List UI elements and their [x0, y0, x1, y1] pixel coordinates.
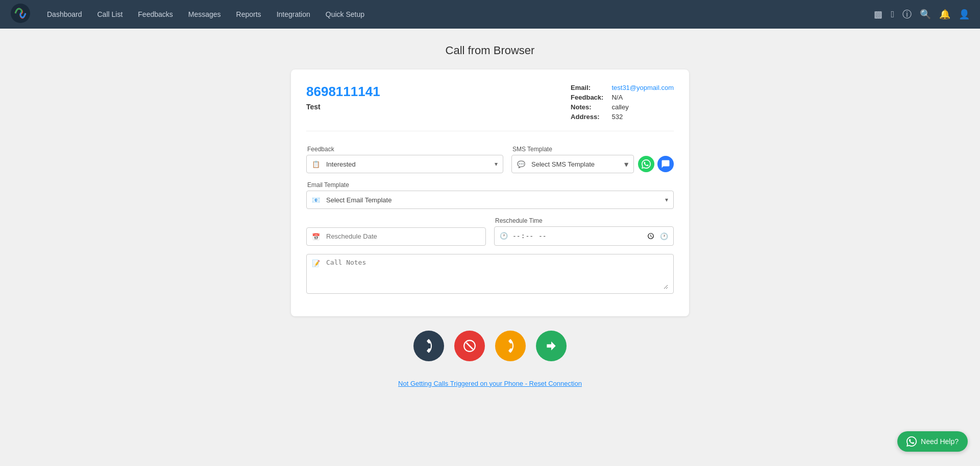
forward-button[interactable] — [536, 331, 567, 361]
contact-name: Test — [306, 103, 380, 111]
note-icon — [312, 259, 322, 268]
sms-template-label: SMS Template — [511, 146, 634, 153]
bell-icon[interactable]: 🔔 — [939, 9, 950, 20]
need-help-button[interactable]: Need Help? — [897, 431, 968, 452]
call-card: 8698111141 Test Email: test31@yopmail.co… — [291, 69, 689, 316]
reschedule-date-wrapper — [306, 227, 486, 246]
reschedule-time-group: Reschedule Time 🕐 — [494, 217, 674, 246]
main-content: Call from Browser 8698111141 Test Email:… — [0, 29, 980, 411]
notes-label: Notes: — [571, 103, 603, 111]
logo[interactable] — [10, 3, 31, 26]
feedback-select[interactable]: Interested Not Interested Callback No Re… — [326, 160, 491, 168]
nav-reports[interactable]: Reports — [230, 7, 267, 21]
feedback-input-wrapper: Interested Not Interested Callback No Re… — [306, 155, 503, 173]
nav-messages[interactable]: Messages — [182, 7, 227, 21]
call-notes-textarea[interactable] — [326, 259, 668, 289]
nav-integration[interactable]: Integration — [271, 7, 316, 21]
nav-call-list[interactable]: Call List — [91, 7, 129, 21]
contact-info: 8698111141 Test Email: test31@yopmail.co… — [306, 84, 674, 131]
feedback-label-field: Feedback — [306, 146, 503, 153]
feedback-value: N/A — [611, 94, 674, 101]
reschedule-time-input[interactable] — [512, 231, 656, 241]
action-buttons — [413, 331, 567, 361]
help-circle-icon[interactable]: ⓘ — [902, 8, 912, 20]
search-icon[interactable]: 🔍 — [920, 9, 931, 20]
clock-icon-small: 🕐 — [500, 232, 508, 240]
row-reschedule: Reschedule Time 🕐 — [306, 217, 674, 246]
apple-icon[interactable]:  — [891, 9, 894, 20]
email-chevron-icon: ▾ — [665, 196, 668, 203]
row-notes — [306, 254, 674, 294]
email-template-wrapper: Select Email Template ▾ — [306, 191, 674, 209]
page-title: Call from Browser — [446, 44, 535, 57]
user-icon[interactable]: 👤 — [959, 9, 970, 20]
reschedule-time-label: Reschedule Time — [494, 217, 674, 224]
sms-row: SMS Template Select SMS Template ▾ — [511, 146, 674, 173]
nav-icons-group: ▩  ⓘ 🔍 🔔 👤 — [874, 8, 970, 20]
feedback-chevron-icon: ▾ — [495, 160, 498, 168]
reschedule-date-input[interactable] — [326, 232, 480, 240]
time-icon — [660, 231, 668, 241]
reschedule-time-wrapper: 🕐 — [494, 226, 674, 246]
nav-links: Dashboard Call List Feedbacks Messages R… — [41, 7, 874, 21]
email-template-label: Email Template — [306, 181, 674, 189]
address-value: 532 — [611, 113, 674, 121]
sms-actions — [638, 156, 674, 172]
reschedule-date-group — [306, 225, 486, 246]
nav-quick-setup[interactable]: Quick Setup — [320, 7, 371, 21]
feedback-icon — [312, 159, 322, 169]
nav-feedbacks[interactable]: Feedbacks — [132, 7, 179, 21]
sms-template-group: SMS Template Select SMS Template ▾ — [511, 146, 634, 173]
sms-icon — [517, 159, 527, 169]
email-label: Email: — [571, 84, 603, 91]
row-email: Email Template Select Email Template ▾ — [306, 181, 674, 209]
call-button[interactable] — [413, 331, 444, 361]
sms-chevron-icon: ▾ — [625, 160, 628, 168]
call-notes-group — [306, 254, 674, 294]
email-template-group: Email Template Select Email Template ▾ — [306, 181, 674, 209]
row-feedback-sms: Feedback Interested Not Interested Callb… — [306, 146, 674, 173]
feedback-group: Feedback Interested Not Interested Callb… — [306, 146, 503, 173]
email-icon — [312, 195, 322, 204]
whatsapp-button[interactable] — [638, 156, 654, 172]
android-icon[interactable]: ▩ — [874, 9, 883, 20]
phone-number: 8698111141 — [306, 84, 380, 100]
sms-template-select[interactable]: Select SMS Template — [531, 160, 621, 168]
footer-link[interactable]: Not Getting Calls Triggered on your Phon… — [390, 371, 590, 395]
decline-button[interactable] — [454, 331, 485, 361]
contact-right: Email: test31@yopmail.com Feedback: N/A … — [571, 84, 674, 121]
navbar: Dashboard Call List Feedbacks Messages R… — [0, 0, 980, 29]
calendar-icon — [312, 232, 322, 241]
need-help-label: Need Help? — [921, 437, 959, 446]
address-label: Address: — [571, 113, 603, 121]
nav-dashboard[interactable]: Dashboard — [41, 7, 88, 21]
contact-left: 8698111141 Test — [306, 84, 380, 121]
feedback-label: Feedback: — [571, 94, 603, 101]
hold-button[interactable] — [495, 331, 526, 361]
sms-template-wrapper: Select SMS Template ▾ — [511, 155, 634, 173]
svg-line-2 — [467, 342, 473, 349]
call-notes-wrapper — [306, 254, 674, 294]
email-template-select[interactable]: Select Email Template — [326, 196, 661, 204]
email-value: test31@yopmail.com — [611, 84, 674, 91]
notes-value: calley — [611, 103, 674, 111]
message-button[interactable] — [657, 156, 674, 172]
